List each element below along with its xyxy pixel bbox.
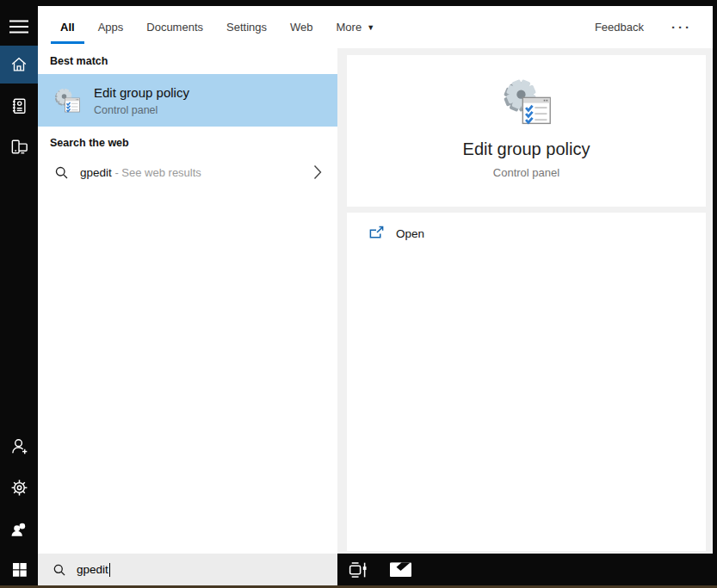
tab-web[interactable]: Web: [290, 6, 313, 48]
feedback-person-icon: [9, 520, 28, 539]
best-match-header: Best match: [50, 55, 108, 67]
tab-more-label: More: [337, 21, 362, 34]
search-input-value: gpedit: [77, 563, 108, 576]
windows-search-panel: All Apps Documents Settings Web More ▼ F…: [0, 0, 717, 588]
open-action-label: Open: [396, 227, 424, 240]
task-view-button[interactable]: [343, 554, 371, 585]
result-subtitle: Control panel: [94, 104, 189, 116]
search-icon: [53, 563, 66, 577]
tab-documents[interactable]: Documents: [146, 6, 203, 48]
tab-all-label: All: [60, 21, 75, 34]
chevron-right-icon: [313, 164, 322, 180]
sidebar-item-home[interactable]: [0, 46, 38, 84]
home-icon: [9, 55, 28, 74]
gpedit-icon: [53, 87, 82, 115]
search-results-panel: Best match Edit group policy Control pan…: [38, 48, 337, 554]
search-filter-tabs: All Apps Documents Settings Web More ▼ F…: [38, 6, 713, 48]
sidebar-item-journal[interactable]: [0, 87, 38, 125]
menu-button[interactable]: [0, 8, 38, 46]
gpedit-icon: [499, 77, 554, 128]
menu-icon: [9, 19, 29, 34]
add-user-icon: [9, 436, 29, 456]
preview-title: Edit group policy: [463, 139, 590, 159]
feedback-link[interactable]: Feedback: [595, 21, 644, 34]
best-match-text: Edit group policy Control panel: [94, 85, 189, 116]
mail-button[interactable]: [385, 554, 416, 585]
sidebar-item-settings[interactable]: [0, 468, 38, 506]
taskbar: gpedit: [0, 554, 717, 585]
tab-settings-label: Settings: [226, 21, 267, 34]
preview-card: Edit group policy Control panel: [347, 55, 706, 207]
preview-actions-card: Open: [347, 213, 706, 551]
open-action[interactable]: Open: [347, 213, 706, 250]
web-search-result[interactable]: gpedit - See web results: [38, 156, 337, 189]
open-external-icon: [368, 226, 385, 241]
settings-gear-icon: [9, 478, 29, 498]
tab-web-label: Web: [290, 21, 313, 34]
tab-settings[interactable]: Settings: [226, 6, 267, 48]
tab-apps[interactable]: Apps: [98, 6, 124, 48]
search-icon: [54, 165, 69, 180]
result-title: Edit group policy: [94, 85, 189, 101]
search-sidebar: [0, 6, 38, 554]
best-match-result[interactable]: Edit group policy Control panel: [38, 74, 337, 127]
window-right-edge: [713, 0, 717, 588]
sidebar-item-devices[interactable]: [0, 127, 38, 165]
more-options-button[interactable]: ···: [671, 20, 692, 34]
journal-icon: [9, 96, 28, 115]
tab-more[interactable]: More ▼: [337, 6, 375, 48]
devices-icon: [9, 137, 29, 157]
tab-apps-label: Apps: [98, 21, 124, 34]
tab-all[interactable]: All: [60, 6, 75, 48]
web-suffix: - See web results: [112, 166, 201, 179]
task-view-icon: [347, 559, 368, 580]
sidebar-item-feedback[interactable]: [0, 511, 38, 548]
start-button[interactable]: [0, 554, 38, 585]
web-result-text: gpedit - See web results: [80, 166, 201, 179]
web-query: gpedit: [80, 166, 112, 179]
search-the-web-header: Search the web: [50, 137, 129, 149]
preview-subtitle: Control panel: [493, 166, 559, 179]
mail-icon: [389, 560, 412, 579]
windows-start-icon: [11, 561, 28, 578]
tab-documents-label: Documents: [146, 21, 203, 34]
sidebar-item-account[interactable]: [0, 427, 38, 465]
text-cursor: [109, 563, 110, 577]
taskbar-search-input[interactable]: gpedit: [38, 554, 337, 585]
window-top-edge: [0, 0, 717, 6]
chevron-down-icon: ▼: [367, 23, 374, 32]
result-preview-panel: Edit group policy Control panel Open: [337, 48, 713, 554]
